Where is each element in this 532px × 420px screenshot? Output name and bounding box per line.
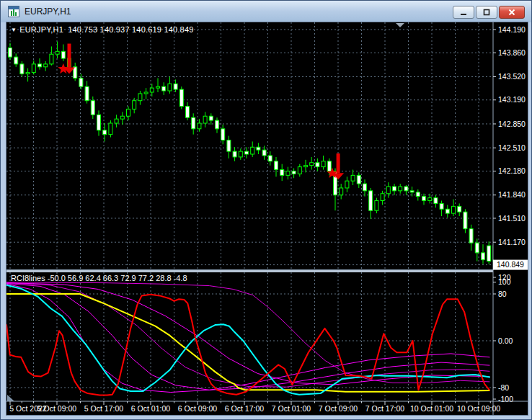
candle-body: [280, 170, 284, 176]
candle-body: [268, 156, 272, 161]
candle-body: [198, 123, 201, 129]
candle-body: [475, 243, 479, 253]
candle-body: [469, 229, 473, 243]
chart-canvas[interactable]: 144.190143.860143.520143.190142.850142.5…: [6, 22, 528, 415]
ohlc-values: 140.753 140.937 140.619 140.849: [68, 25, 193, 34]
down-arrow-shaft: [68, 44, 71, 68]
minimize-button[interactable]: [453, 6, 474, 19]
candle-body: [26, 73, 30, 74]
candle-body: [44, 64, 48, 67]
time-axis-label: 6 Oct 09:00: [178, 404, 217, 413]
maximize-button[interactable]: [476, 6, 497, 19]
candle-body: [375, 201, 378, 211]
candle-body: [251, 147, 254, 154]
candle-body: [322, 161, 325, 167]
price-axis-label: 142.180: [498, 166, 526, 175]
candle-body: [345, 181, 349, 188]
candle-body: [133, 101, 136, 110]
candle-body: [386, 187, 390, 194]
price-axis-label: 141.840: [498, 190, 526, 199]
candle-body: [487, 246, 491, 262]
candle-body: [127, 109, 130, 116]
candle-body: [298, 167, 301, 174]
candle-body: [227, 140, 231, 151]
candle-body: [434, 198, 438, 204]
candle-body: [50, 54, 53, 64]
close-button[interactable]: [499, 6, 525, 19]
candle-body: [120, 116, 124, 119]
close-icon: [510, 10, 515, 15]
price-axis-label: 141.510: [498, 214, 526, 223]
candle-body: [109, 123, 112, 135]
candle-body: [369, 191, 373, 210]
candle-body: [482, 253, 485, 260]
window-titlebar[interactable]: EURJPY,H1: [1, 1, 531, 22]
indicator-axis-label: 100: [498, 277, 511, 286]
price-axis-label: 142.850: [498, 120, 526, 128]
time-axis-label: 6 Oct 01:00: [131, 404, 170, 413]
candle-body: [150, 88, 154, 92]
candle-body: [286, 171, 290, 175]
indicator-axis-label: -80: [498, 383, 509, 392]
candle-body: [38, 64, 42, 67]
candle-body: [428, 198, 432, 201]
price-axis-label: 143.860: [498, 48, 526, 57]
candle-body: [310, 163, 314, 166]
chart-background[interactable]: [6, 22, 528, 415]
time-axis-label: 7 Oct 01:00: [272, 404, 311, 413]
candle-body: [257, 147, 260, 150]
candle-body: [410, 191, 414, 192]
candle-body: [91, 101, 94, 115]
candle-body: [404, 187, 408, 191]
candle-body: [316, 163, 319, 167]
time-axis-label: 10 Oct 09:00: [457, 404, 500, 413]
indicator-axis-label: 0.00: [498, 336, 513, 345]
time-axis-label: 6 Oct 17:00: [225, 404, 264, 413]
indicator-axis-label: -100: [498, 395, 513, 403]
candle-body: [156, 86, 160, 88]
candle-body: [179, 89, 183, 106]
window-title: EURJPY,H1: [25, 6, 71, 17]
candle-body: [9, 48, 12, 57]
indicator-label: RCI8lines -50.0 56.9 62.4 66.3 72.9 77.2…: [11, 274, 187, 282]
candle-body: [61, 51, 65, 58]
candle-body: [85, 86, 89, 101]
candle-body: [357, 175, 360, 184]
candle-body: [422, 197, 426, 201]
time-axis-label: 5 Oct 09:00: [37, 404, 76, 413]
time-axis-label: 5 Oct 17:00: [84, 404, 123, 413]
candle-body: [174, 84, 177, 89]
candle-body: [186, 107, 190, 118]
price-axis-label: 142.510: [498, 143, 526, 152]
time-axis-label: 10 Oct 01:00: [410, 404, 453, 413]
price-axis-label: 141.170: [498, 238, 526, 246]
candle-body: [79, 78, 83, 86]
maximize-icon: [484, 10, 489, 15]
candle-body: [216, 120, 219, 129]
candle-body: [464, 212, 467, 228]
candle-body: [14, 57, 18, 64]
candle-body: [103, 130, 107, 135]
candle-body: [399, 187, 402, 191]
candle-body: [162, 86, 166, 91]
time-axis-label: 7 Oct 09:00: [319, 404, 358, 413]
candle-body: [327, 161, 331, 171]
candle-body: [203, 116, 207, 123]
candle-body: [192, 117, 195, 129]
candle-body: [221, 129, 225, 140]
candle-body: [445, 209, 449, 213]
down-arrow-shaft: [337, 153, 340, 173]
symbol-timeframe-label: EURJPY,H1: [19, 25, 63, 34]
candle-body: [233, 151, 236, 157]
indicator-axis-label: 80: [498, 290, 507, 298]
symbol-dropdown-icon[interactable]: ▼: [11, 27, 17, 33]
candle-body: [351, 175, 355, 181]
price-axis-label: 144.190: [498, 25, 526, 34]
candle-body: [440, 203, 443, 209]
candle-body: [363, 184, 367, 191]
candle-body: [452, 206, 456, 213]
candle-body: [416, 192, 420, 197]
chart-app-icon: [8, 6, 19, 17]
chart-window: EURJPY,H1 ▼EURJPY,H1 140.753 140.937 140…: [0, 0, 532, 420]
candle-body: [340, 188, 343, 195]
